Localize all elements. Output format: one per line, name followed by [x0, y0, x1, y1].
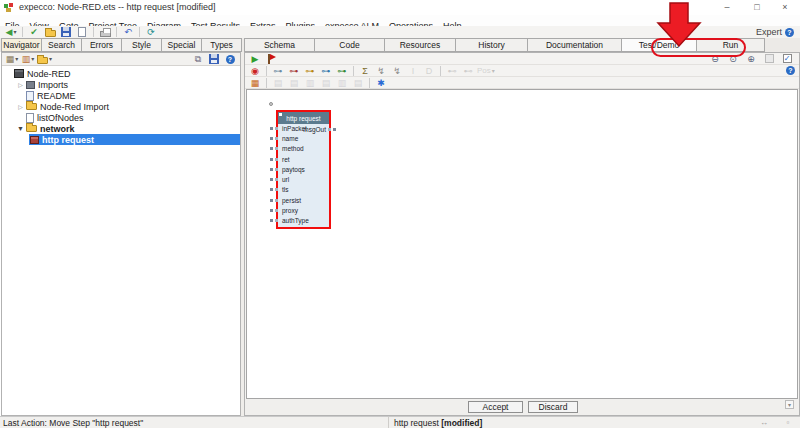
maximize-button[interactable]: □: [746, 0, 768, 14]
tab-resources[interactable]: Resources: [384, 38, 456, 52]
reorder-down-icon[interactable]: ↯: [390, 65, 404, 76]
tree-item-node-red[interactable]: Node-RED: [2, 68, 240, 79]
tab-special[interactable]: Special: [161, 38, 202, 52]
input-pin-icon[interactable]: [270, 137, 273, 140]
zoom-in-icon[interactable]: ⊕: [744, 53, 758, 64]
tree-expander-icon[interactable]: ▼: [16, 125, 25, 132]
run-test-icon[interactable]: ▶: [248, 53, 262, 64]
empty-slot[interactable]: [762, 53, 776, 64]
diagram-toolbar-row3: ▦▤▤▥▤▥▤✱: [245, 77, 799, 89]
find-step-icon[interactable]: ◉: [248, 65, 262, 76]
tree-view-mode-icon[interactable]: ▦▾: [5, 54, 19, 65]
prev-connection-icon: ⊷: [445, 65, 459, 76]
tab-navigator[interactable]: Navigator: [1, 38, 42, 52]
input-pin-authtype[interactable]: authType: [278, 217, 329, 225]
input-pin-name[interactable]: name: [278, 135, 329, 143]
connect-down-icon[interactable]: ⊶: [335, 65, 349, 76]
sum-steps-icon[interactable]: Σ: [358, 65, 372, 76]
output-pin-icon[interactable]: [333, 128, 336, 131]
save-view-icon[interactable]: [207, 54, 221, 65]
tab-history[interactable]: History: [455, 38, 528, 52]
accept-button[interactable]: Accept: [468, 401, 523, 413]
toolbar-separator: [353, 66, 354, 76]
tab-test-demo[interactable]: Test/Demo: [621, 38, 697, 52]
tab-schema[interactable]: Schema: [244, 38, 315, 52]
verify-icon[interactable]: ✔: [27, 27, 41, 38]
autoconnect-checkbox[interactable]: ✓: [780, 53, 794, 64]
tab-types[interactable]: Types: [201, 38, 242, 52]
open-file-icon[interactable]: [43, 27, 57, 38]
connect-auto-icon[interactable]: ⊶: [303, 65, 317, 76]
toolbar-separator: [116, 27, 117, 37]
input-pin-method[interactable]: method: [278, 145, 329, 153]
input-pin-icon[interactable]: [270, 127, 273, 130]
input-pin-url[interactable]: url: [278, 176, 329, 184]
print-icon[interactable]: [98, 27, 112, 38]
input-pin-tls[interactable]: tls: [278, 186, 329, 194]
input-pin-icon[interactable]: [270, 168, 273, 171]
tree-item-network[interactable]: ▼network: [2, 123, 240, 134]
folder-view-icon[interactable]: ▾: [37, 54, 52, 65]
diagram-help-icon[interactable]: ?: [786, 66, 795, 75]
zoom-reset-icon[interactable]: ⊙: [726, 53, 740, 64]
columns-view-icon[interactable]: ▥▾: [21, 54, 35, 65]
input-pin-icon[interactable]: [270, 147, 273, 150]
reorder-up-icon[interactable]: ↯: [374, 65, 388, 76]
palette-icon[interactable]: ▦: [248, 77, 262, 88]
input-pin-proxy[interactable]: proxy: [278, 207, 329, 215]
input-pin-persist[interactable]: persist: [278, 197, 329, 205]
input-pin-icon[interactable]: [270, 219, 273, 222]
connect-down-icon: ⊶: [338, 66, 347, 76]
zoom-out-icon[interactable]: ⊖: [708, 53, 722, 64]
output-pin-label: msgOut: [303, 126, 326, 133]
tab-run[interactable]: Run: [696, 38, 765, 52]
step-block-http-request[interactable]: http request inPacketnamemethodretpaytoq…: [276, 110, 331, 229]
tree-item-imports[interactable]: ▷Imports: [2, 79, 240, 90]
input-pin-icon[interactable]: [270, 178, 273, 181]
input-pin-icon[interactable]: [270, 188, 273, 191]
tab-search[interactable]: Search: [41, 38, 82, 52]
discard-button[interactable]: Discard: [528, 401, 578, 413]
close-button[interactable]: ×: [774, 0, 796, 14]
diagram-canvas[interactable]: http request inPacketnamemethodretpaytoq…: [246, 89, 798, 399]
block-header[interactable]: http request: [278, 112, 329, 124]
toolbar-separator: [139, 27, 140, 37]
tree-item-readme[interactable]: README: [2, 90, 240, 101]
undo-icon[interactable]: ↶: [121, 27, 135, 38]
tree-expander-icon[interactable]: ▷: [16, 81, 25, 88]
reload-icon[interactable]: ⟳: [144, 27, 158, 38]
run-test-icon: ▶: [252, 54, 259, 64]
help-icon[interactable]: ?: [223, 54, 237, 65]
minimize-button[interactable]: –: [716, 0, 738, 14]
zoom-reset-icon: ⊙: [729, 54, 737, 64]
tree-expander-icon[interactable]: ▷: [16, 103, 25, 110]
input-pin-icon[interactable]: [270, 209, 273, 212]
new-window-icon: [78, 27, 86, 37]
import-diagram-icon: ▤: [351, 77, 365, 88]
input-pin-ret[interactable]: ret: [278, 156, 329, 164]
connector-wizard-icon[interactable]: ✱: [374, 77, 388, 88]
disconnect-pins-icon[interactable]: ⊶: [287, 65, 301, 76]
connect-pins-icon[interactable]: ⊶: [271, 65, 285, 76]
history-back-icon[interactable]: ◀▾: [4, 27, 18, 38]
help-icon[interactable]: ?: [785, 28, 794, 37]
help-icon[interactable]: ?: [226, 55, 235, 64]
corner-menu-icon[interactable]: ▾: [785, 400, 794, 409]
tab-errors[interactable]: Errors: [81, 38, 122, 52]
connect-up-icon[interactable]: ⊶: [319, 65, 333, 76]
tree-item-http-request[interactable]: http request: [2, 134, 240, 145]
tree-item-listofnodes[interactable]: listOfNodes: [2, 112, 240, 123]
tab-style[interactable]: Style: [121, 38, 162, 52]
input-pin-paytoqs[interactable]: paytoqs: [278, 166, 329, 174]
detach-view-icon[interactable]: ⧉: [191, 54, 205, 65]
breakpoint-flag-icon[interactable]: [264, 53, 278, 64]
new-window-icon[interactable]: [75, 27, 89, 38]
autoconnect-checkbox[interactable]: ✓: [783, 54, 792, 63]
tree-item-node-red-import[interactable]: ▷Node-Red Import: [2, 101, 240, 112]
tab-documentation[interactable]: Documentation: [527, 38, 622, 52]
output-pin-msgOut[interactable]: msgOut: [303, 126, 326, 134]
input-pin-icon[interactable]: [270, 158, 273, 161]
save-icon[interactable]: [59, 27, 73, 38]
tab-code[interactable]: Code: [314, 38, 385, 52]
input-pin-icon[interactable]: [270, 199, 273, 202]
